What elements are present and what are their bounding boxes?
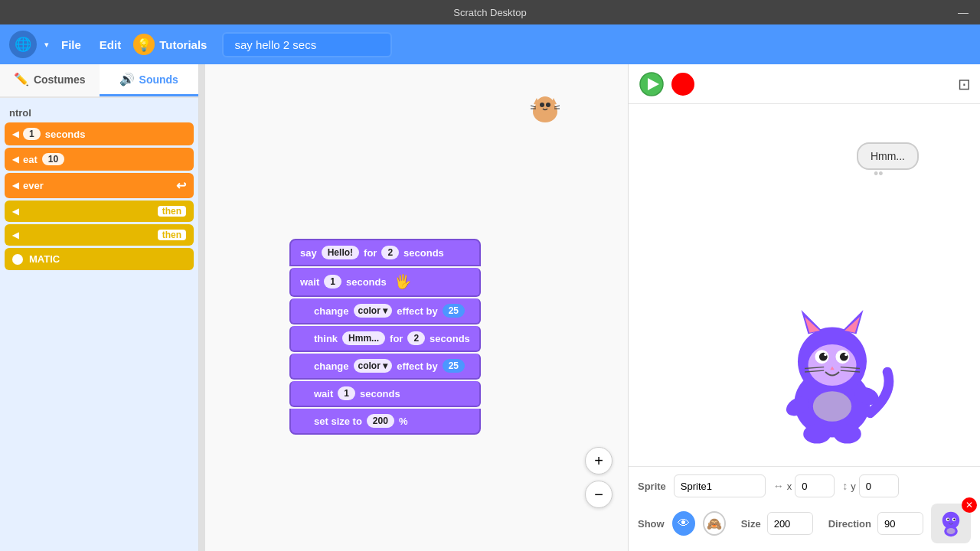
- code-block-think[interactable]: think Hmm... for 2 seconds: [289, 326, 481, 352]
- tab-sounds[interactable]: 🔊 Sounds: [100, 64, 199, 96]
- color-dropdown-2[interactable]: color ▾: [354, 359, 393, 373]
- hmm-pill: Hmm...: [342, 331, 385, 345]
- pct-label: %: [399, 416, 408, 427]
- block-ever[interactable]: ◀ ever ↩: [5, 173, 194, 198]
- block-if-then-2[interactable]: ◀ then: [5, 224, 194, 246]
- tab-costumes[interactable]: ✏️ Costumes: [0, 64, 100, 96]
- change-label-1: change: [314, 305, 349, 317]
- stage-panel: ⊡ Hmm...: [628, 64, 980, 551]
- cursor-icon: 🖐: [394, 273, 411, 290]
- blocks-palette: ntrol ◀ 1 seconds ◀ eat 10 ◀ ever ↩ ◀ th…: [0, 98, 198, 551]
- zoom-out-button[interactable]: −: [585, 481, 612, 508]
- panel-divider: [199, 64, 205, 551]
- code-block-change-1[interactable]: change color ▾ effect by 25: [289, 298, 481, 324]
- left-panel: ✏️ Costumes 🔊 Sounds ntrol ◀ 1 seconds ◀…: [0, 64, 199, 551]
- green-flag-button[interactable]: [638, 70, 665, 98]
- show-visible-button[interactable]: 👁: [672, 511, 695, 536]
- sprite-name-row: Sprite ↔ x ↕ y: [638, 474, 971, 497]
- block-eat-10[interactable]: ◀ eat 10: [5, 148, 194, 171]
- speech-bubble: Hmm...: [857, 142, 919, 170]
- stop-button[interactable]: [671, 73, 694, 96]
- sprite-preview-small: [524, 87, 567, 129]
- block-matic[interactable]: MATIC: [5, 248, 194, 270]
- num-1-pill-a: 1: [324, 275, 341, 289]
- x-field: ↔ x: [773, 474, 835, 497]
- svg-point-23: [824, 354, 827, 357]
- direction-label: Direction: [828, 518, 871, 530]
- sprite-show-row: Show 👁 🙈 Size Direction: [638, 504, 971, 543]
- num-1-pill-b: 1: [338, 386, 355, 400]
- seconds-label-2: seconds: [346, 276, 387, 288]
- num-2-pill-b: 2: [407, 331, 425, 345]
- svg-point-34: [812, 391, 851, 422]
- think-label: think: [314, 333, 338, 344]
- hello-pill: Hello!: [322, 246, 359, 259]
- svg-point-33: [833, 424, 861, 443]
- y-field: ↕ y: [842, 474, 899, 497]
- tutorials-icon: 💡: [133, 34, 155, 55]
- block-wait-1[interactable]: ◀ 1 seconds: [5, 122, 194, 145]
- svg-point-32: [803, 424, 831, 443]
- wait-label-2: wait: [314, 388, 333, 399]
- y-label: y: [851, 481, 856, 492]
- seconds-label-4: seconds: [360, 388, 400, 399]
- delete-sprite-button[interactable]: ✕: [962, 497, 977, 513]
- stage-controls: ⊡: [629, 64, 980, 104]
- change-label-2: change: [314, 360, 349, 372]
- expand-stage-button[interactable]: ⊡: [958, 75, 971, 93]
- sprite-stage: [763, 296, 901, 451]
- navbar: 🌐 ▾ File Edit 💡 Tutorials: [0, 24, 980, 64]
- code-block-say[interactable]: say Hello! for 2 seconds: [289, 239, 481, 266]
- num-25-pill-a: 25: [443, 304, 465, 318]
- x-icon: ↔: [773, 480, 784, 492]
- code-block-change-2[interactable]: change color ▾ effect by 25: [289, 354, 481, 380]
- language-button[interactable]: 🌐: [9, 31, 37, 58]
- block-if-then-1[interactable]: ◀ then: [5, 201, 194, 222]
- svg-point-5: [546, 103, 550, 107]
- costume-icon: ✏️: [14, 72, 29, 86]
- seconds-label-3: seconds: [430, 333, 470, 344]
- size-field: Size: [741, 512, 813, 535]
- app-title: Scratch Desktop: [453, 7, 526, 18]
- y-input[interactable]: [859, 474, 899, 497]
- say-label: say: [300, 247, 317, 259]
- x-input[interactable]: [795, 474, 835, 497]
- svg-point-4: [540, 103, 544, 107]
- project-title-input[interactable]: [222, 32, 392, 57]
- color-dropdown-1[interactable]: color ▾: [354, 304, 393, 318]
- svg-point-24: [844, 354, 848, 357]
- minimize-button[interactable]: —: [952, 5, 974, 20]
- stage-view: Hmm...: [629, 104, 980, 466]
- section-label: ntrol: [5, 104, 194, 120]
- dot-icon: [12, 254, 23, 265]
- svg-point-18: [808, 344, 856, 386]
- tutorials-button[interactable]: 💡 Tutorials: [133, 34, 207, 55]
- setsize-label: set size to: [314, 416, 362, 427]
- file-menu[interactable]: File: [55, 35, 87, 54]
- code-block-wait-1[interactable]: wait 1 seconds 🖐: [289, 268, 481, 297]
- sound-icon: 🔊: [119, 72, 135, 86]
- wait-label-1: wait: [300, 276, 319, 288]
- bubble-text: Hmm...: [871, 150, 905, 162]
- sprite-thumbnail: ✕: [931, 504, 971, 543]
- zoom-in-button[interactable]: +: [585, 447, 612, 474]
- show-label: Show: [638, 518, 665, 530]
- titlebar: Scratch Desktop —: [0, 0, 980, 24]
- seconds-label-1: seconds: [403, 247, 444, 259]
- code-block-wait-2[interactable]: wait 1 seconds: [289, 381, 481, 407]
- direction-input[interactable]: [877, 512, 923, 535]
- code-blocks-stack[interactable]: say Hello! for 2 seconds wait 1 seconds …: [289, 239, 481, 436]
- direction-field: Direction: [828, 512, 923, 535]
- x-label: x: [787, 481, 792, 492]
- sprite-name-input[interactable]: [674, 474, 766, 497]
- edit-menu[interactable]: Edit: [93, 35, 127, 54]
- for-label-2: for: [390, 333, 403, 344]
- svg-point-1: [536, 96, 554, 115]
- num-25-pill-b: 25: [443, 359, 465, 373]
- size-input[interactable]: [767, 512, 813, 535]
- effect-label-1: effect by: [397, 305, 437, 317]
- y-icon: ↕: [842, 480, 848, 492]
- code-block-setsize[interactable]: set size to 200 %: [289, 409, 481, 435]
- code-area: say Hello! for 2 seconds wait 1 seconds …: [205, 64, 628, 551]
- show-hidden-button[interactable]: 🙈: [703, 511, 726, 536]
